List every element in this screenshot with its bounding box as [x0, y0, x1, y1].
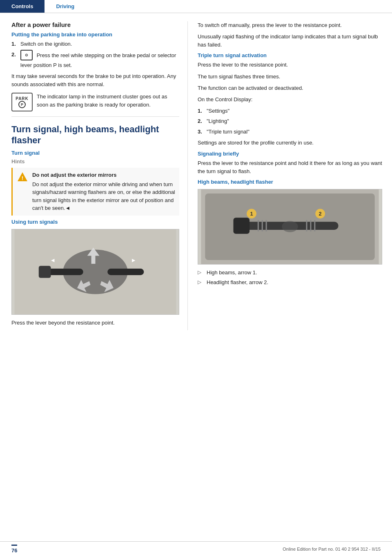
park-indicator-box: PARK P The indicator lamp in the instrum… — [11, 93, 179, 111]
svg-rect-15 — [234, 218, 250, 234]
svg-rect-4 — [47, 269, 83, 275]
svg-text:1: 1 — [250, 211, 253, 217]
warning-box: ! Do not adjust the exterior mirrors Do … — [11, 168, 179, 216]
warning-icon: ! — [17, 171, 28, 182]
parking-brake-steps: 1. Switch on the ignition. 2. ⊙ Press th… — [11, 40, 179, 69]
triple-step-1: 1. "Settings" — [198, 107, 382, 115]
triple-signal-steps: 1. "Settings" 2. "Lighting" 3. "Triple t… — [198, 107, 382, 136]
reel-icon: ⊙ — [20, 50, 33, 60]
svg-text:▶: ▶ — [132, 258, 136, 262]
triple-signal-heading: Triple turn signal activation — [198, 52, 382, 58]
turn-signal-svg: ◀ ▶ — [12, 229, 179, 314]
bullet-headlight-flasher: ▷ Headlight flasher, arrow 2. — [198, 278, 382, 287]
svg-rect-17 — [262, 220, 263, 231]
arrow-icon-2: ▷ — [198, 278, 203, 287]
left-column: After a power failure Putting the parkin… — [0, 21, 188, 330]
triple-step-3: 3. "Triple turn signal" — [198, 128, 382, 136]
high-beams-heading: High beams, headlight flasher — [198, 179, 382, 185]
press-lever-text: Press the lever beyond the resistance po… — [11, 319, 179, 327]
park-circle-icon: P — [18, 101, 26, 108]
page-content: After a power failure Putting the parkin… — [0, 13, 392, 338]
triple-p2: The turn signal flashes three times. — [198, 73, 382, 81]
svg-rect-18 — [266, 220, 267, 231]
tab-controls[interactable]: Controls — [0, 0, 45, 13]
signaling-briefly-heading: Signaling briefly — [198, 151, 382, 157]
svg-rect-22 — [310, 220, 311, 231]
warning-triangle-icon: ! — [17, 171, 28, 182]
svg-rect-6 — [107, 269, 144, 275]
using-turn-signals-heading: Using turn signals — [11, 219, 179, 225]
step-2: 2. ⊙ Press the reel while stepping on th… — [11, 51, 179, 69]
triple-step-2: 2. "Lighting" — [198, 117, 382, 125]
separator — [11, 116, 179, 117]
bullet-high-beams: ▷ High beams, arrow 1. — [198, 269, 382, 277]
high-beams-bullets: ▷ High beams, arrow 1. ▷ Headlight flash… — [198, 269, 382, 287]
triple-p3: The function can be activated or deactiv… — [198, 84, 382, 92]
page-footer: 76 Online Edition for Part no. 01 40 2 9… — [0, 541, 392, 556]
turn-signal-subheading: Turn signal — [11, 150, 179, 156]
section-power-failure-title: After a power failure — [11, 21, 179, 28]
park-icon: PARK P — [11, 93, 33, 111]
hints-heading: Hints — [11, 158, 179, 165]
svg-rect-23 — [314, 220, 315, 231]
svg-point-26 — [282, 221, 298, 232]
svg-rect-16 — [258, 220, 259, 231]
parking-brake-body: It may take several seconds for the brak… — [11, 72, 179, 89]
svg-text:◀: ◀ — [51, 258, 55, 262]
tab-driving[interactable]: Driving — [45, 0, 86, 13]
high-beams-image: 1 2 — [198, 189, 382, 265]
subsection-parking-brake-title: Putting the parking brake into operation — [11, 31, 179, 38]
page-number: 76 — [11, 545, 17, 554]
svg-rect-21 — [306, 220, 307, 231]
triple-p1: Press the lever to the resistance point. — [198, 61, 382, 69]
high-beams-svg: 1 2 — [198, 189, 382, 264]
turn-signal-image: ◀ ▶ — [11, 229, 179, 315]
arrow-icon-1: ▷ — [198, 269, 203, 277]
switch-off-text: To switch off manually, press the lever … — [198, 21, 382, 29]
signaling-text: Press the lever to the resistance point … — [198, 159, 382, 176]
triple-p5: Settings are stored for the profile curr… — [198, 139, 382, 147]
right-column: To switch off manually, press the lever … — [188, 21, 392, 330]
turn-signal-heading: Turn signal, high beams, headlight flash… — [11, 124, 179, 146]
step-1: 1. Switch on the ignition. — [11, 40, 179, 48]
svg-rect-5 — [39, 266, 51, 278]
triple-p4: On the Control Display: — [198, 96, 382, 104]
svg-text:2: 2 — [319, 211, 322, 217]
edition-text: Online Edition for Part no. 01 40 2 954 … — [283, 547, 381, 552]
unusual-flash-text: Unusually rapid flashing of the indicato… — [198, 33, 382, 49]
page-header: Controls Driving — [0, 0, 392, 13]
svg-text:!: ! — [22, 175, 23, 181]
